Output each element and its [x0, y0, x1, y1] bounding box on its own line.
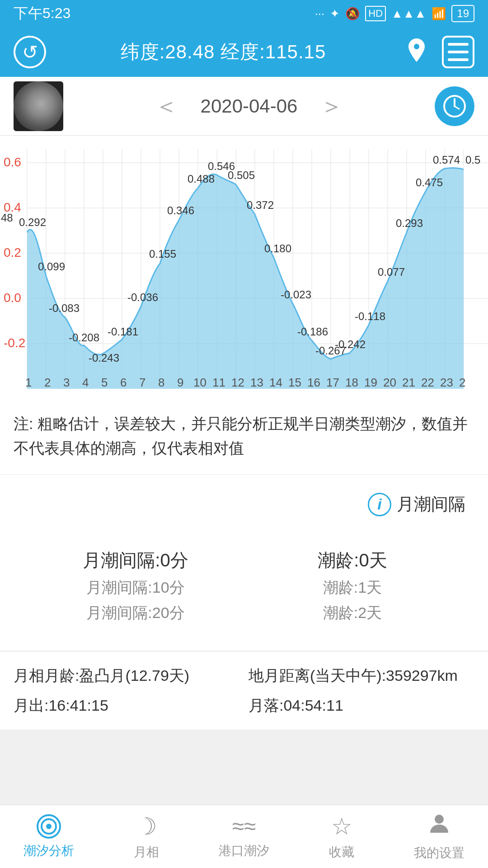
current-date: 2020-04-06	[201, 95, 298, 117]
nav-label-port-tide: 港口潮汐	[219, 842, 269, 859]
moonrise: 月出:16:41:15	[14, 695, 239, 716]
nav-item-favorites[interactable]: ☆ 收藏	[293, 805, 390, 868]
tide-age-main: 潮龄:0天	[318, 548, 387, 573]
extra-info: 月相月龄:盈凸月(12.79天) 地月距离(当天中午):359297km 月出:…	[0, 651, 488, 730]
svg-text:0.5: 0.5	[465, 154, 480, 166]
mute-icon: 🔕	[345, 7, 360, 21]
svg-text:20: 20	[383, 376, 396, 389]
svg-text:19: 19	[364, 376, 377, 389]
svg-text:6: 6	[120, 376, 127, 389]
status-time: 下午5:23	[14, 4, 70, 24]
svg-text:0.6: 0.6	[4, 155, 21, 169]
svg-text:12: 12	[231, 376, 244, 389]
svg-text:0.505: 0.505	[228, 169, 255, 181]
settings-person-icon	[427, 812, 451, 841]
svg-text:0.077: 0.077	[378, 266, 405, 278]
port-tide-icon: ≈≈	[232, 814, 256, 839]
svg-line-6	[455, 106, 459, 109]
info-icon[interactable]: i	[368, 493, 391, 516]
location-icon-button[interactable]	[400, 36, 433, 68]
svg-text:3: 3	[63, 376, 70, 389]
svg-text:4: 4	[82, 376, 89, 389]
svg-text:2: 2	[459, 376, 465, 389]
svg-rect-3	[448, 58, 469, 61]
date-navigation: ＜ 2020-04-06 ＞	[72, 86, 426, 127]
moon-phase-icon: ☽	[136, 813, 157, 840]
svg-text:0.475: 0.475	[416, 176, 443, 189]
svg-text:0.292: 0.292	[19, 216, 46, 228]
next-date-button[interactable]: ＞	[315, 86, 348, 127]
svg-rect-1	[448, 43, 469, 46]
date-nav-row: ＜ 2020-04-06 ＞	[0, 77, 488, 136]
svg-text:14: 14	[269, 376, 282, 389]
nav-item-tide-analysis[interactable]: 潮汐分析	[0, 805, 98, 868]
svg-text:11: 11	[212, 376, 225, 389]
wifi-icon: 📶	[432, 7, 446, 21]
svg-text:-0.181: -0.181	[108, 326, 138, 338]
tide-age-col: 潮龄:0天 潮龄:1天 潮龄:2天	[244, 548, 461, 623]
nav-label-favorites: 收藏	[329, 844, 354, 861]
svg-text:17: 17	[326, 376, 339, 389]
svg-text:21: 21	[402, 376, 415, 389]
moon-thumbnail	[14, 81, 63, 131]
status-icons: ··· ✦ 🔕 HD ▲▲▲ 📶 19	[315, 5, 474, 22]
coordinates-title: 纬度:28.48 经度:115.15	[121, 39, 326, 65]
svg-text:-0.243: -0.243	[89, 352, 119, 364]
battery-icon: 19	[451, 5, 474, 22]
svg-text:0.099: 0.099	[38, 260, 65, 273]
interval-section: i 月潮间隔 月潮间隔:0分 月潮间隔:10分 月潮间隔:20分 潮龄:0天 潮…	[0, 475, 488, 651]
tide-age-sub2: 潮龄:2天	[323, 603, 382, 623]
nav-label-moon-phase: 月相	[134, 844, 159, 861]
refresh-button[interactable]: ↺	[14, 36, 46, 68]
svg-rect-2	[448, 51, 469, 53]
svg-text:7: 7	[139, 376, 145, 389]
signal-bars: ▲▲▲	[391, 7, 426, 21]
nav-item-moon-phase[interactable]: ☽ 月相	[98, 805, 195, 868]
svg-text:-0.186: -0.186	[297, 326, 328, 338]
svg-text:-0.208: -0.208	[69, 331, 99, 344]
svg-text:13: 13	[250, 376, 263, 389]
clock-button[interactable]	[435, 86, 474, 126]
svg-text:-0.023: -0.023	[281, 288, 311, 301]
svg-point-91	[435, 815, 444, 824]
note-text: 注: 粗略估计，误差较大，并只能分析正规半日潮类型潮汐，数值并不代表具体的潮高，…	[0, 398, 488, 475]
svg-text:0.346: 0.346	[167, 204, 194, 217]
svg-text:22: 22	[421, 376, 434, 389]
tide-analysis-icon	[37, 814, 61, 839]
svg-text:-0.118: -0.118	[355, 310, 385, 322]
svg-text:5: 5	[101, 376, 108, 389]
favorites-icon: ☆	[331, 813, 352, 840]
svg-text:0.2: 0.2	[4, 245, 21, 259]
header-right-icons	[400, 36, 474, 68]
moon-interval-main: 月潮间隔:0分	[83, 548, 188, 573]
svg-text:0.488: 0.488	[188, 173, 215, 185]
svg-text:18: 18	[345, 376, 358, 389]
moon-phase: 月相月龄:盈凸月(12.79天)	[14, 665, 239, 686]
svg-text:0.180: 0.180	[264, 242, 291, 255]
svg-text:-0.242: -0.242	[335, 338, 366, 350]
nav-label-settings: 我的设置	[414, 844, 465, 862]
svg-text:0.372: 0.372	[247, 199, 274, 211]
header-bar: ↺ 纬度:28.48 经度:115.15	[0, 27, 488, 77]
prev-date-button[interactable]: ＜	[150, 86, 183, 127]
svg-text:0.0: 0.0	[4, 291, 21, 305]
svg-text:15: 15	[288, 376, 301, 389]
svg-text:0.293: 0.293	[396, 217, 423, 229]
bottom-nav: 潮汐分析 ☽ 月相 ≈≈ 港口潮汐 ☆ 收藏 我的设置	[0, 805, 488, 868]
data-grid: 月潮间隔:0分 月潮间隔:10分 月潮间隔:20分 潮龄:0天 潮龄:1天 潮龄…	[14, 539, 474, 642]
nav-item-port-tide[interactable]: ≈≈ 港口潮汐	[195, 805, 293, 868]
svg-text:-0.036: -0.036	[127, 291, 158, 303]
info-symbol: i	[377, 495, 381, 513]
moon-interval-sub1: 月潮间隔:10分	[86, 577, 184, 598]
hd-icon: HD	[365, 6, 386, 21]
tide-chart: 0.6 0.4 0.2 0.0 -0.2	[0, 136, 488, 398]
interval-section-label: 月潮间隔	[397, 493, 465, 516]
menu-list-button[interactable]	[442, 36, 474, 68]
svg-text:8: 8	[158, 376, 164, 389]
bluetooth-icon: ✦	[330, 7, 340, 21]
refresh-icon: ↺	[22, 41, 38, 63]
nav-item-settings[interactable]: 我的设置	[390, 805, 488, 868]
svg-text:10: 10	[193, 376, 206, 389]
svg-text:23: 23	[440, 376, 453, 389]
signal-dots: ···	[315, 7, 325, 21]
